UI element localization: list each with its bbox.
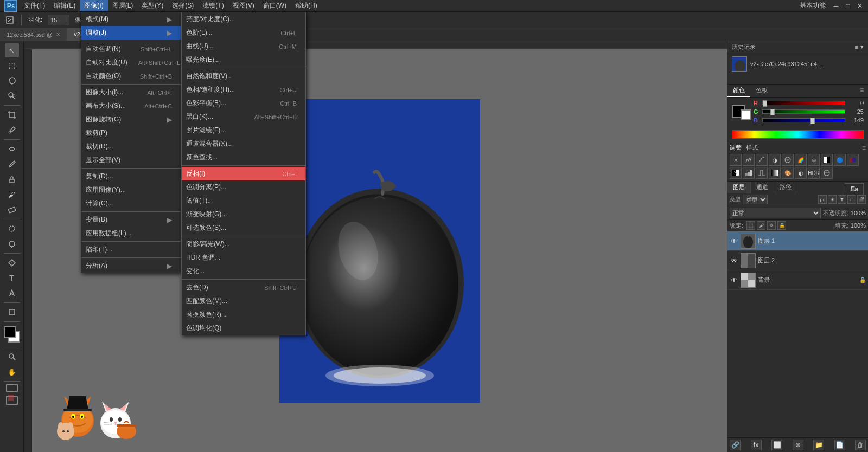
blend-mode-select[interactable]: 正常 溶解 正片叠底 滤色 [730, 208, 821, 218]
history-brush-tool[interactable]: 🖌 [5, 188, 19, 202]
brightness-adj-btn[interactable]: ☀ [730, 154, 742, 166]
tab-file1[interactable]: 12xcc.584.psd @ ✕ [0, 28, 67, 41]
photofilter-adj-btn[interactable]: 🔵 [834, 154, 846, 166]
channels-tab[interactable]: 通道 [751, 182, 774, 193]
invert-adj-btn[interactable] [730, 167, 742, 179]
selective-adj-btn[interactable]: 🎨 [782, 167, 794, 179]
channelmix-adj-btn[interactable] [847, 154, 859, 166]
continuous-checkbox[interactable]: 连续 [139, 16, 159, 24]
layer-filter-type[interactable]: T [838, 195, 846, 204]
lasso-tool[interactable] [5, 74, 19, 88]
tool-shape-icon[interactable] [2, 15, 17, 25]
lock-paint-btn[interactable]: 🖌 [757, 221, 765, 230]
blur-tool[interactable] [5, 222, 19, 236]
menu-select[interactable]: 选择(S) [168, 0, 198, 11]
link-layers-btn[interactable]: 🔗 [730, 440, 741, 450]
bg-color-swatch[interactable] [741, 109, 751, 120]
menu-file[interactable]: 文件(F) [20, 0, 49, 11]
layer-item-2[interactable]: 👁 图层 2 [727, 251, 868, 270]
marquee-tool[interactable]: ⬚ [5, 59, 19, 73]
standard-mode[interactable] [6, 384, 18, 392]
levels-adj-btn[interactable] [743, 154, 755, 166]
tab-close-1[interactable]: ✕ [56, 31, 60, 37]
menu-layer[interactable]: 图层(L) [108, 0, 138, 11]
color-boxes[interactable] [4, 326, 20, 343]
zoom-tool[interactable] [5, 350, 19, 364]
layer-bg-visibility[interactable]: 👁 [730, 276, 738, 285]
color-spectrum[interactable] [732, 130, 864, 139]
red-slider[interactable] [762, 101, 845, 105]
magic-wand-tool[interactable] [5, 89, 19, 103]
lock-move-btn[interactable]: ✥ [767, 221, 776, 230]
layer-filter-smart[interactable]: 🎬 [857, 195, 866, 204]
antialias-checkbox[interactable]: 消除锯齿 [98, 16, 131, 24]
menu-image[interactable]: 图像(I) [80, 0, 107, 11]
layer-1-visibility[interactable]: 👁 [730, 237, 738, 246]
pen-tool[interactable] [5, 256, 19, 270]
tab-file2[interactable]: v2-c2c70a24c9312451c465143859b6555e_r.jp… [67, 28, 293, 41]
delete-layer-btn[interactable]: 🗑 [855, 440, 866, 450]
layer-type-select[interactable]: 类型 名称 效果 模式 属性 [743, 195, 768, 204]
add-mask-btn[interactable]: ⬜ [771, 440, 782, 450]
close-button[interactable]: ✕ [854, 0, 866, 12]
menu-help[interactable]: 帮助(H) [291, 0, 322, 11]
lock-transparent-btn[interactable]: ⬚ [746, 221, 755, 230]
eyedropper-tool[interactable] [5, 123, 19, 137]
layer-2-visibility[interactable]: 👁 [730, 256, 738, 265]
vibrance-adj-btn[interactable] [782, 154, 794, 166]
feather-input[interactable] [48, 15, 69, 25]
threshold-adj-btn[interactable] [756, 167, 768, 179]
menu-window[interactable]: 窗口(W) [259, 0, 291, 11]
stamp-tool[interactable] [5, 172, 19, 186]
shape-tool[interactable] [5, 305, 19, 319]
exposure-adj-btn[interactable]: ◑ [769, 154, 781, 166]
layer-filter-shape[interactable]: ▭ [847, 195, 856, 204]
style-tab[interactable]: 样式 [746, 144, 758, 152]
adj-panel-menu[interactable]: ≡ [862, 144, 866, 152]
menu-filter[interactable]: 滤镜(T) [198, 0, 228, 11]
tab-close-2[interactable]: ✕ [282, 31, 286, 37]
layer-filter-adj[interactable]: ☀ [828, 195, 837, 204]
new-folder-btn[interactable]: 📁 [813, 440, 824, 450]
history-collapse-icon[interactable]: ▾ [860, 43, 864, 50]
lock-all-btn[interactable]: 🔒 [777, 221, 786, 230]
eraser-tool[interactable] [5, 203, 19, 217]
path-select-tool[interactable] [5, 286, 19, 300]
move-tool[interactable]: ↖ [5, 43, 19, 57]
hdr-adj-btn[interactable]: HDR [808, 167, 820, 179]
color-panel-menu[interactable]: ≡ [856, 85, 868, 97]
minimize-button[interactable]: ─ [830, 0, 842, 12]
workspace-label[interactable]: 基本功能 [795, 0, 830, 11]
color-tab[interactable]: 颜色 [727, 85, 750, 97]
maximize-button[interactable]: □ [842, 0, 854, 12]
blue-slider[interactable] [762, 118, 845, 122]
swatch-tab[interactable]: 色板 [750, 85, 773, 97]
dodge-tool[interactable] [5, 237, 19, 251]
menu-type[interactable]: 类型(Y) [137, 0, 168, 11]
layer-item-bg[interactable]: 👁 背景 🔒 [727, 270, 868, 290]
mask-mode[interactable] [5, 393, 19, 408]
crop-tool[interactable] [5, 108, 19, 122]
shadow-adj-btn[interactable]: ◐ [795, 167, 807, 179]
new-layer-btn[interactable]: 📄 [834, 440, 845, 450]
text-tool[interactable]: T [5, 271, 19, 285]
adj-tab[interactable]: 调整 [730, 144, 742, 152]
menu-edit[interactable]: 编辑(E) [49, 0, 80, 11]
posterize-adj-btn[interactable] [743, 167, 755, 179]
new-adj-layer-btn[interactable]: ⊕ [793, 440, 803, 450]
bw-adj-btn[interactable] [821, 154, 833, 166]
hand-tool[interactable]: ✋ [5, 365, 19, 379]
alllayers-checkbox[interactable]: 对所有图层取样 [168, 16, 218, 24]
paths-tab[interactable]: 路径 [774, 182, 797, 193]
layers-tab[interactable]: 图层 [727, 182, 751, 193]
curves-adj-btn[interactable] [756, 154, 768, 166]
brush-tool[interactable] [5, 157, 19, 171]
heal-tool[interactable] [5, 142, 19, 156]
layer-item-1[interactable]: 👁 图层 1 [727, 231, 868, 251]
canvas-display[interactable] [32, 49, 727, 452]
layer-filter-pixel[interactable]: px [818, 195, 827, 204]
foreground-color[interactable] [4, 326, 16, 338]
hsl-adj-btn[interactable]: 🌈 [795, 154, 807, 166]
green-slider[interactable] [762, 109, 845, 114]
gradmap-adj-btn[interactable] [769, 167, 781, 179]
